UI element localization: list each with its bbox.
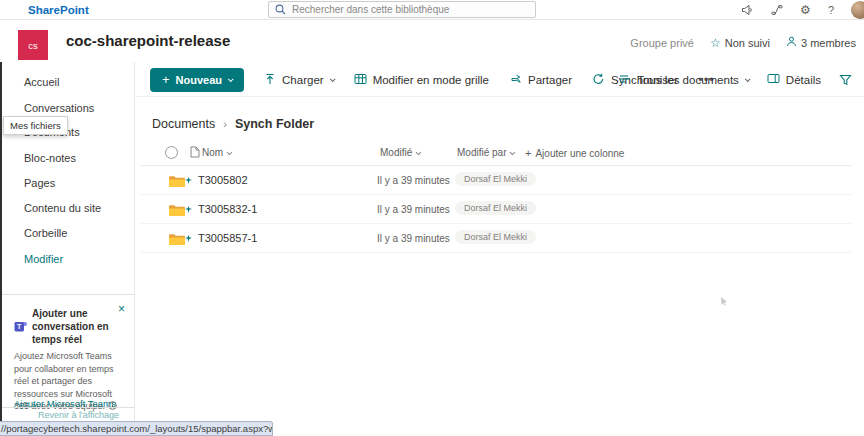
file-name-link[interactable]: T3005802 (198, 174, 248, 186)
add-column-button[interactable]: + Ajouter une colonne (525, 147, 624, 159)
chevron-down-icon (227, 149, 232, 154)
search-input[interactable] (292, 4, 529, 15)
person-icon (786, 36, 797, 49)
new-button[interactable]: + Nouveau (150, 68, 244, 92)
new-item-icon (185, 199, 192, 217)
details-pane-icon (767, 73, 780, 86)
view-selector[interactable]: Tous les documents (619, 74, 749, 86)
privacy-label: Groupe privé (630, 37, 694, 49)
suite-bar: SharePoint ⚙ ? (0, 0, 864, 20)
megaphone-icon[interactable] (741, 4, 754, 16)
column-header-modifie-par[interactable]: Modifié par (457, 147, 514, 158)
window-edge (0, 62, 2, 422)
breadcrumb-documents[interactable]: Documents (152, 117, 215, 131)
follow-label: Non suivi (725, 37, 770, 49)
chevron-down-icon (510, 149, 515, 154)
file-name-link[interactable]: T3005832-1 (198, 203, 257, 215)
select-all-checkbox[interactable] (165, 146, 178, 159)
sidebar-item-bloc-notes[interactable]: Bloc-notes (24, 152, 76, 164)
modified-by-badge[interactable]: Dorsaf El Mekki (455, 230, 536, 244)
command-bar-right: Tous les documents Détails (619, 62, 852, 97)
site-header: cs coc-sharepoint-release Groupe privé ☆… (0, 21, 864, 62)
sidebar-item-contenu-site[interactable]: Contenu du site (24, 202, 101, 214)
table-row[interactable]: T3005857-1 Il y a 39 minutes Dorsaf El M… (140, 224, 852, 253)
share-icon (509, 73, 522, 87)
sidebar-item-corbeille[interactable]: Corbeille (24, 227, 67, 239)
table-row[interactable]: T3005832-1 Il y a 39 minutes Dorsaf El M… (140, 195, 852, 224)
star-icon: ☆ (710, 37, 721, 49)
folder-icon (168, 232, 185, 250)
teams-panel-title: Ajouter une conversation en temps réel (32, 307, 132, 346)
search-box[interactable] (268, 1, 536, 18)
breadcrumb-current-folder: Synch Folder (235, 117, 314, 131)
chevron-down-icon (416, 149, 421, 154)
sidebar-nav: Accueil Conversations Documents Bloc-not… (2, 62, 135, 436)
sidebar-item-pages[interactable]: Pages (24, 177, 55, 189)
filter-icon[interactable] (839, 74, 852, 86)
column-header-modifie[interactable]: Modifié (380, 147, 420, 158)
folder-icon (168, 174, 185, 192)
sync-icon (592, 73, 605, 87)
file-type-column-icon[interactable] (190, 146, 200, 158)
mes-fichiers-tooltip: Mes fichiers (3, 116, 68, 135)
suite-icon-group: ⚙ ? (741, 0, 864, 20)
svg-text:T: T (17, 323, 22, 330)
mouse-cursor (720, 292, 728, 310)
sidebar-item-conversations[interactable]: Conversations (24, 102, 94, 114)
modified-by-badge[interactable]: Dorsaf El Mekki (455, 201, 536, 215)
new-item-icon (185, 228, 192, 246)
follow-button[interactable]: ☆ Non suivi (710, 37, 770, 49)
breadcrumb: Documents › Synch Folder (152, 117, 314, 131)
file-name-link[interactable]: T3005857-1 (198, 232, 257, 244)
modified-time: Il y a 39 minutes (377, 233, 450, 244)
sharepoint-brand-link[interactable]: SharePoint (28, 0, 89, 20)
site-meta: Groupe privé ☆ Non suivi 3 membres (630, 36, 856, 49)
sidebar-bottom-divider (2, 407, 135, 408)
new-item-icon (185, 170, 192, 188)
share-button[interactable]: Partager (509, 73, 572, 87)
modified-time: Il y a 39 minutes (377, 175, 450, 186)
settings-gear-icon[interactable]: ⚙ (800, 4, 811, 16)
chevron-down-icon (330, 76, 336, 82)
folder-icon (168, 203, 185, 221)
upload-icon (264, 73, 276, 87)
modified-by-badge[interactable]: Dorsaf El Mekki (455, 172, 536, 186)
teams-promo-panel: × T Ajouter une conversation en temps ré… (2, 295, 135, 407)
plus-icon: + (525, 147, 531, 159)
site-title[interactable]: coc-sharepoint-release (66, 32, 230, 49)
chevron-down-icon (228, 76, 234, 82)
command-bar: + Nouveau Charger Modifier en mode grill… (136, 62, 864, 97)
members-button[interactable]: 3 membres (786, 36, 856, 49)
table-header: Nom Modifié Modifié par + Ajouter une co… (140, 144, 850, 164)
sidebar-item-modifier[interactable]: Modifier (24, 253, 63, 265)
grid-icon (354, 73, 367, 87)
sidebar-item-accueil[interactable]: Accueil (24, 76, 59, 88)
teams-icon: T (14, 319, 28, 337)
account-avatar[interactable] (851, 1, 864, 19)
details-button[interactable]: Détails (767, 73, 821, 86)
plus-icon: + (162, 72, 170, 87)
help-icon[interactable]: ? (828, 5, 834, 16)
status-url-bar: //portagecybertech.sharepoint.com/_layou… (0, 421, 273, 436)
flow-icon[interactable] (771, 4, 783, 16)
breadcrumb-separator: › (223, 118, 227, 130)
site-logo[interactable]: cs (18, 30, 48, 60)
table-row[interactable]: T3005802 Il y a 39 minutes Dorsaf El Mek… (140, 166, 852, 195)
members-label: 3 membres (801, 37, 856, 49)
modified-time: Il y a 39 minutes (377, 204, 450, 215)
view-list-icon (619, 74, 631, 86)
upload-button[interactable]: Charger (264, 73, 334, 87)
search-icon (275, 4, 286, 15)
grid-edit-button[interactable]: Modifier en mode grille (354, 73, 489, 87)
column-header-nom[interactable]: Nom (202, 147, 231, 158)
chevron-down-icon (745, 76, 751, 82)
